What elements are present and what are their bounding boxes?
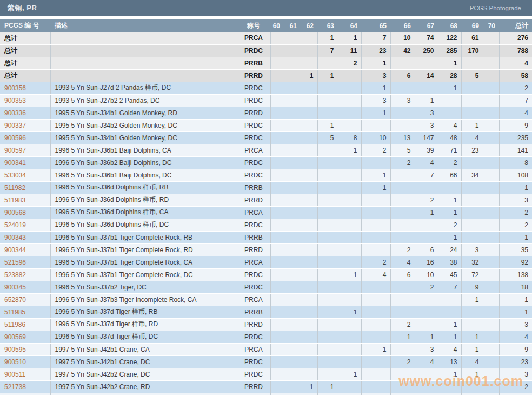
row-total: 3 <box>499 194 532 206</box>
grade-68-count: 1 <box>438 318 461 331</box>
grade-65-count <box>361 119 390 131</box>
grade-70-count <box>483 293 499 306</box>
col-header-60: 60 <box>270 19 284 32</box>
row-total: 4 <box>499 107 532 119</box>
row-total: 2 <box>499 219 532 231</box>
grade-61-count <box>284 107 301 119</box>
grade-60-count <box>270 32 284 44</box>
coin-description: 1995 5 Yn Sun-J34b1 Golden Monkey, DC <box>50 131 237 144</box>
pcgs-number-link[interactable]: 652870 <box>0 293 50 306</box>
grade-62-count <box>301 231 317 243</box>
pcgs-number-link[interactable]: 900337 <box>0 119 50 131</box>
grade-64-count <box>338 393 361 395</box>
grade-66-count: 5 <box>390 144 415 156</box>
grade-65-count <box>361 306 390 318</box>
grade-63-count: 1 <box>317 32 338 44</box>
grade-60-count <box>270 368 284 380</box>
grade-64-count <box>338 206 361 219</box>
grade-62-count <box>301 44 317 57</box>
pcgs-number-link[interactable]: 900353 <box>0 94 50 107</box>
pcgs-number-link[interactable]: 900569 <box>0 331 50 343</box>
coin-description: 1995 5 Yn Sun-J34b2 Golden Monkey, DC <box>50 119 237 131</box>
pcgs-number-link[interactable]: 900356 <box>0 82 50 94</box>
grade-69-count: 1 <box>461 119 483 131</box>
grade-65-count <box>361 380 390 393</box>
grade-69-count <box>461 57 483 69</box>
row-total: 2 <box>499 380 532 393</box>
col-header-65: 65 <box>361 19 390 32</box>
grade-65-count: 1 <box>361 169 390 181</box>
grade-63-count <box>317 144 338 156</box>
grade-62-count: 1 <box>301 69 317 82</box>
grade-65-count: 7 <box>361 32 390 44</box>
row-total: 1 <box>499 181 532 194</box>
grade-60-count <box>270 243 284 256</box>
pcgs-number-link[interactable]: 523882 <box>0 268 50 281</box>
pcgs-number-link[interactable]: 900596 <box>0 131 50 144</box>
grade-65-count <box>361 231 390 243</box>
row-total: 235 <box>499 131 532 144</box>
grade-64-count: 11 <box>338 44 361 57</box>
pcgs-number-link[interactable]: 521738 <box>0 380 50 393</box>
grade-67-count <box>415 293 438 306</box>
pcgs-number-link[interactable]: 511982 <box>0 181 50 194</box>
col-header-66: 66 <box>390 19 415 32</box>
pcgs-number-link[interactable]: 900344 <box>0 243 50 256</box>
pcgs-number-link[interactable]: 900511 <box>0 368 50 380</box>
grade-65-count <box>361 156 390 169</box>
pcgs-number-link[interactable]: 511983 <box>0 194 50 206</box>
grade-63-count <box>317 57 338 69</box>
grade-64-count <box>338 219 361 231</box>
grade-70-count <box>483 169 499 181</box>
pcgs-number-link[interactable]: 900343 <box>0 231 50 243</box>
grade-65-count: 2 <box>361 144 390 156</box>
grade-68-count: 66 <box>438 169 461 181</box>
page-title: 紫铜, PR <box>8 3 37 13</box>
pcgs-number-link[interactable]: 511986 <box>0 318 50 331</box>
grade-61-count <box>284 318 301 331</box>
row-total: 8 <box>499 156 532 169</box>
designation-cell: PRDC <box>237 94 270 107</box>
grade-67-count: 2 <box>415 194 438 206</box>
pcgs-number-link[interactable]: 524019 <box>0 219 50 231</box>
grade-67-count <box>415 82 438 94</box>
grade-61-count <box>284 32 301 44</box>
grade-64-count: 1 <box>338 268 361 281</box>
pcgs-number-link[interactable]: 900345 <box>0 281 50 293</box>
grade-68-count <box>438 181 461 194</box>
pcgs-number-link[interactable]: 900597 <box>0 144 50 156</box>
grade-67-count <box>415 219 438 231</box>
pcgs-number-link[interactable]: 900595 <box>0 343 50 356</box>
grade-67-count <box>415 380 438 393</box>
pcgs-number-link[interactable]: 900341 <box>0 156 50 169</box>
grade-68-count: 122 <box>438 32 461 44</box>
pcgs-photograde-link[interactable]: PCGS Photograde <box>470 5 521 11</box>
grade-70-count <box>483 57 499 69</box>
grade-62-count <box>301 206 317 219</box>
grade-61-count <box>284 57 301 69</box>
designation-cell: PRCA <box>237 144 270 156</box>
grade-67-count: 6 <box>415 243 438 256</box>
grade-61-count <box>284 368 301 380</box>
grade-62-count: 1 <box>301 380 317 393</box>
grade-64-count <box>338 281 361 293</box>
pcgs-number-link[interactable]: 900568 <box>0 206 50 219</box>
grade-68-count <box>438 306 461 318</box>
col-header-总计: 总计 <box>499 19 532 32</box>
grade-68-count <box>438 393 461 395</box>
pcgs-number-link[interactable]: 533034 <box>0 169 50 181</box>
grade-62-count <box>301 94 317 107</box>
grade-68-count: 45 <box>438 268 461 281</box>
pcgs-number-link[interactable]: 900510 <box>0 356 50 368</box>
grade-69-count: 3 <box>461 243 483 256</box>
grade-69-count: 1 <box>461 343 483 356</box>
table-row: 9005681996 5 Yn Sun-J36d Dolphins 样币, CA… <box>0 206 532 219</box>
grade-64-count <box>338 256 361 268</box>
grade-60-count <box>270 306 284 318</box>
grade-66-count: 2 <box>390 156 415 169</box>
summary-row: 总计PRRD11361428558 <box>0 69 532 82</box>
pcgs-number-link[interactable]: 521596 <box>0 256 50 268</box>
pcgs-number-link[interactable]: 900336 <box>0 107 50 119</box>
grade-69-count <box>461 82 483 94</box>
pcgs-number-link[interactable]: 511985 <box>0 306 50 318</box>
